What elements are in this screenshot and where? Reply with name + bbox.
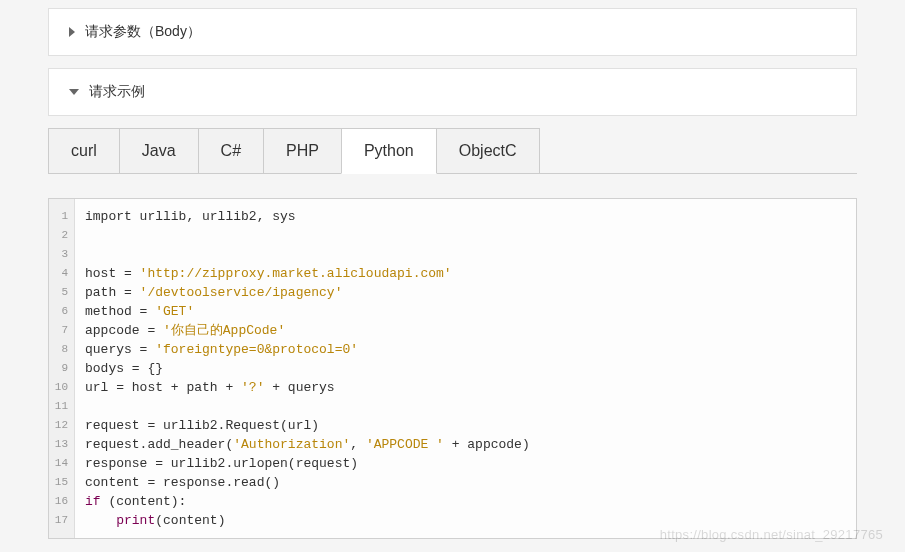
panel-title: 请求参数（Body）	[85, 23, 201, 41]
chevron-right-icon	[69, 27, 75, 37]
panel-request-body[interactable]: 请求参数（Body）	[48, 8, 857, 56]
tab-python[interactable]: Python	[341, 128, 437, 174]
tab-objectc[interactable]: ObjectC	[436, 128, 540, 173]
tab-csharp[interactable]: C#	[198, 128, 264, 173]
panel-title: 请求示例	[89, 83, 145, 101]
tab-java[interactable]: Java	[119, 128, 199, 173]
tab-php[interactable]: PHP	[263, 128, 342, 173]
watermark: https://blog.csdn.net/sinat_29217765	[660, 527, 883, 542]
tab-curl[interactable]: curl	[48, 128, 120, 173]
panel-request-example[interactable]: 请求示例	[48, 68, 857, 116]
code-content[interactable]: import urllib, urllib2, sys host = 'http…	[75, 199, 856, 538]
language-tabs: curl Java C# PHP Python ObjectC	[48, 128, 857, 174]
chevron-down-icon	[69, 89, 79, 95]
code-block: 1 2 3 4 5 6 7 8 9 10 11 12 13 14 15 16 1…	[48, 198, 857, 539]
line-numbers: 1 2 3 4 5 6 7 8 9 10 11 12 13 14 15 16 1…	[49, 199, 75, 538]
